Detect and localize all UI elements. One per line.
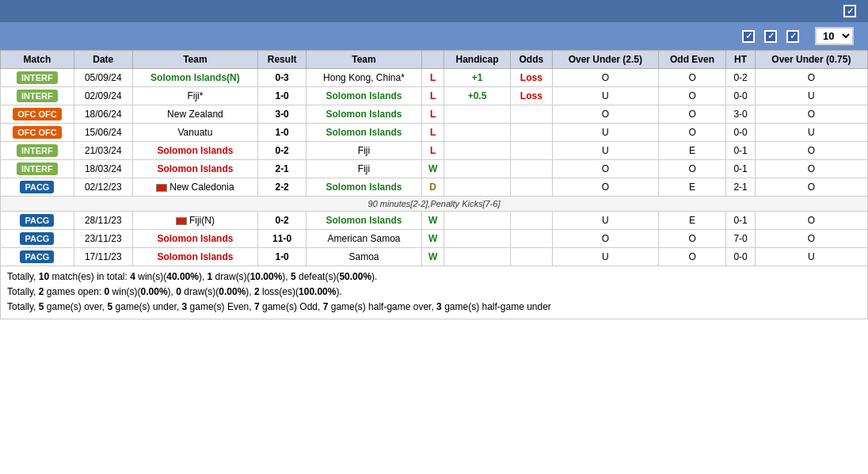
team2-name: Solomon Islands (326, 182, 402, 193)
filter-interf: ✓ (742, 30, 758, 43)
badge-cell: PACG (1, 248, 74, 266)
odd-even-cell: O (658, 248, 726, 266)
notes-cell: 90 minutes[2-2],Penalty Kicks[7-6] (1, 197, 868, 212)
outcome-cell: W (421, 160, 444, 178)
col-team2: Team (306, 51, 422, 69)
handicap-cell: +1 (444, 69, 510, 87)
over-under2-cell: O (755, 178, 867, 197)
odds-cell (510, 212, 552, 230)
team1-cell: New Caledonia (132, 178, 257, 197)
filter-ofc: ✓ (786, 30, 802, 43)
odd-even-cell: O (658, 230, 726, 248)
team2-name: Solomon Islands (326, 215, 402, 226)
badge-cell: INTERF (1, 69, 74, 87)
col-ht: HT (726, 51, 755, 69)
match-badge: INTERF (17, 90, 58, 102)
team1-name: Solomon Islands (157, 163, 233, 174)
badge-cell: INTERF (1, 160, 74, 178)
table-row: INTERF 02/09/24 Fiji* 1-0 Solomon Island… (1, 87, 868, 105)
handicap-cell (444, 178, 510, 197)
team2-name: Solomon Islands (326, 127, 402, 138)
odds-cell (510, 178, 552, 197)
odd-even-cell: E (658, 178, 726, 197)
table-row: PACG 17/11/23 Solomon Islands 1-0 Samoa … (1, 248, 868, 266)
team2-cell: Solomon Islands (306, 105, 422, 124)
badge-cell: PACG (1, 178, 74, 197)
odd-even-cell: O (658, 124, 726, 142)
summary-line1: Totally, 10 match(es) in total: 4 win(s)… (7, 269, 861, 285)
team1-cell: New Zealand (132, 105, 257, 124)
team2-cell: American Samoa (306, 230, 422, 248)
outcome-cell: L (421, 69, 444, 87)
display-notes-checkbox[interactable]: ✓ (843, 5, 856, 17)
odds-cell (510, 160, 552, 178)
odd-even-cell: E (658, 212, 726, 230)
date-cell: 21/03/24 (74, 142, 132, 160)
date-cell: 17/11/23 (74, 248, 132, 266)
match-badge: PACG (20, 232, 54, 245)
table-row: OFC OFC 15/06/24 Vanuatu 1-0 Solomon Isl… (1, 124, 868, 142)
handicap-cell (444, 124, 510, 142)
result-cell: 0-2 (258, 212, 306, 230)
odds-cell: Loss (510, 87, 552, 105)
ofc-checkbox[interactable]: ✓ (786, 30, 799, 43)
date-cell: 28/11/23 (74, 212, 132, 230)
ht-cell: 7-0 (726, 230, 755, 248)
over-under2-cell: O (755, 212, 867, 230)
interf-checkbox[interactable]: ✓ (742, 30, 755, 43)
ht-cell: 3-0 (726, 105, 755, 124)
odd-even-cell: O (658, 105, 726, 124)
badge-cell: INTERF (1, 87, 74, 105)
over-under-cell: O (553, 178, 659, 197)
col-over-under2: Over Under (0.75) (755, 51, 867, 69)
table-row: INTERF 18/03/24 Solomon Islands 2-1 Fiji… (1, 160, 868, 178)
team1-cell: Solomon Islands (132, 142, 257, 160)
over-under-cell: U (553, 142, 659, 160)
over-under-cell: U (553, 248, 659, 266)
over-under2-cell: O (755, 160, 867, 178)
badge-cell: PACG (1, 230, 74, 248)
outcome-cell: L (421, 124, 444, 142)
team1-cell: Solomon Islands (132, 160, 257, 178)
col-over-under: Over Under (2.5) (553, 51, 659, 69)
outcome-cell: L (421, 87, 444, 105)
over-under2-cell: O (755, 142, 867, 160)
games-select[interactable]: 10 5 15 20 All (815, 27, 854, 45)
team1-name: Solomon Islands(N) (150, 72, 240, 83)
odds-cell (510, 248, 552, 266)
handicap-cell (444, 142, 510, 160)
filter-bar: ✓ ✓ ✓ 10 5 15 20 All (0, 22, 868, 50)
ht-cell: 0-0 (726, 248, 755, 266)
match-badge: PACG (20, 214, 54, 227)
odds-cell: Loss (510, 69, 552, 87)
date-cell: 02/12/23 (74, 178, 132, 197)
match-badge: INTERF (17, 162, 58, 175)
date-cell: 15/06/24 (74, 124, 132, 142)
team2-cell: Fiji (306, 142, 422, 160)
ht-cell: 0-1 (726, 160, 755, 178)
handicap-cell (444, 105, 510, 124)
col-match: Match (1, 51, 74, 69)
date-cell: 23/11/23 (74, 230, 132, 248)
scores-table: Match Date Team Result Team Handicap Odd… (0, 50, 868, 266)
summary-line3: Totally, 5 game(s) over, 5 game(s) under… (7, 300, 861, 315)
ht-cell: 0-0 (726, 87, 755, 105)
team1-cell: Solomon Islands (132, 230, 257, 248)
odd-even-cell: O (658, 87, 726, 105)
pacg-checkbox[interactable]: ✓ (764, 30, 777, 43)
team2-name: Samoa (348, 251, 379, 262)
over-under2-cell: O (755, 230, 867, 248)
team1-cell: Solomon Islands(N) (132, 69, 257, 87)
date-cell: 02/09/24 (74, 87, 132, 105)
handicap-cell (444, 248, 510, 266)
result-cell: 0-3 (258, 69, 306, 87)
over-under2-cell: U (755, 124, 867, 142)
outcome-cell: L (421, 142, 444, 160)
team1-name: Fiji* (187, 90, 203, 101)
date-cell: 18/03/24 (74, 160, 132, 178)
table-row: PACG 28/11/23 Fiji(N) 0-2 Solomon Island… (1, 212, 868, 230)
ht-cell: 0-1 (726, 142, 755, 160)
header: ✓ ✓ ✓ ✓ 10 5 15 20 All (0, 0, 868, 50)
ht-cell: 0-2 (726, 69, 755, 87)
team2-cell: Solomon Islands (306, 124, 422, 142)
